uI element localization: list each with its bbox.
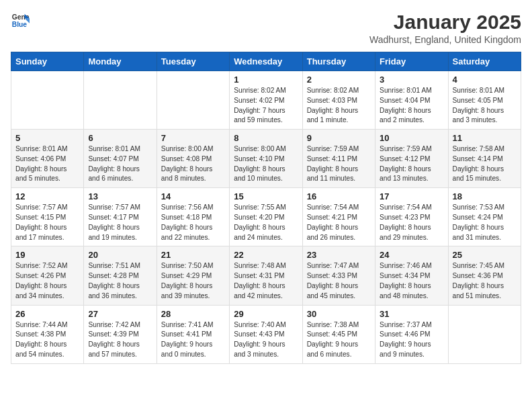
table-row xyxy=(448,305,521,363)
day-info: Sunrise: 7:54 AM Sunset: 4:23 PM Dayligh… xyxy=(380,203,443,242)
day-number: 13 xyxy=(88,191,152,201)
day-info: Sunrise: 7:47 AM Sunset: 4:33 PM Dayligh… xyxy=(307,261,371,301)
day-number: 4 xyxy=(453,75,517,85)
day-number: 10 xyxy=(380,133,443,143)
day-info: Sunrise: 7:52 AM Sunset: 4:26 PM Dayligh… xyxy=(15,261,79,301)
day-info: Sunrise: 7:42 AM Sunset: 4:39 PM Dayligh… xyxy=(88,320,152,360)
day-number: 20 xyxy=(88,250,152,260)
table-row: 3Sunrise: 8:01 AM Sunset: 4:04 PM Daylig… xyxy=(375,71,448,130)
day-number: 22 xyxy=(234,250,298,260)
table-row: 28Sunrise: 7:41 AM Sunset: 4:41 PM Dayli… xyxy=(157,305,229,363)
day-number: 27 xyxy=(88,309,152,319)
table-row: 13Sunrise: 7:57 AM Sunset: 4:17 PM Dayli… xyxy=(84,188,157,246)
table-row: 5Sunrise: 8:01 AM Sunset: 4:06 PM Daylig… xyxy=(11,130,84,188)
table-row: 30Sunrise: 7:38 AM Sunset: 4:45 PM Dayli… xyxy=(302,305,375,363)
day-info: Sunrise: 7:46 AM Sunset: 4:34 PM Dayligh… xyxy=(380,261,443,301)
day-number: 30 xyxy=(307,309,371,319)
table-row: 17Sunrise: 7:54 AM Sunset: 4:23 PM Dayli… xyxy=(375,188,448,246)
day-number: 1 xyxy=(234,75,298,85)
col-friday: Friday xyxy=(375,52,448,71)
col-sunday: Sunday xyxy=(11,52,84,71)
day-number: 7 xyxy=(161,133,225,143)
day-info: Sunrise: 7:53 AM Sunset: 4:24 PM Dayligh… xyxy=(453,203,517,242)
day-info: Sunrise: 7:54 AM Sunset: 4:21 PM Dayligh… xyxy=(307,203,371,242)
table-row: 21Sunrise: 7:50 AM Sunset: 4:29 PM Dayli… xyxy=(157,246,229,305)
day-number: 21 xyxy=(161,250,225,260)
page-subtitle: Wadhurst, England, United Kingdom xyxy=(369,34,521,45)
day-info: Sunrise: 7:56 AM Sunset: 4:18 PM Dayligh… xyxy=(161,203,225,242)
svg-text:Blue: Blue xyxy=(12,21,28,28)
table-row: 12Sunrise: 7:57 AM Sunset: 4:15 PM Dayli… xyxy=(11,188,84,246)
table-row: 23Sunrise: 7:47 AM Sunset: 4:33 PM Dayli… xyxy=(302,246,375,305)
table-row: 2Sunrise: 8:02 AM Sunset: 4:03 PM Daylig… xyxy=(302,71,375,130)
calendar: Sunday Monday Tuesday Wednesday Thursday… xyxy=(11,52,521,364)
day-info: Sunrise: 8:02 AM Sunset: 4:03 PM Dayligh… xyxy=(307,86,371,126)
table-row: 31Sunrise: 7:37 AM Sunset: 4:46 PM Dayli… xyxy=(375,305,448,363)
col-monday: Monday xyxy=(84,52,157,71)
table-row: 24Sunrise: 7:46 AM Sunset: 4:34 PM Dayli… xyxy=(375,246,448,305)
calendar-week-row: 5Sunrise: 8:01 AM Sunset: 4:06 PM Daylig… xyxy=(11,130,521,188)
day-number: 12 xyxy=(15,191,79,201)
day-number: 8 xyxy=(234,133,298,143)
day-info: Sunrise: 7:48 AM Sunset: 4:31 PM Dayligh… xyxy=(234,261,298,301)
day-info: Sunrise: 7:57 AM Sunset: 4:15 PM Dayligh… xyxy=(15,203,79,242)
table-row xyxy=(157,71,229,130)
page-title: January 2025 xyxy=(369,11,521,33)
calendar-week-row: 1Sunrise: 8:02 AM Sunset: 4:02 PM Daylig… xyxy=(11,71,521,130)
day-info: Sunrise: 8:01 AM Sunset: 4:07 PM Dayligh… xyxy=(88,144,152,184)
day-number: 5 xyxy=(15,133,79,143)
calendar-week-row: 26Sunrise: 7:44 AM Sunset: 4:38 PM Dayli… xyxy=(11,305,521,363)
table-row: 8Sunrise: 8:00 AM Sunset: 4:10 PM Daylig… xyxy=(230,130,302,188)
table-row: 16Sunrise: 7:54 AM Sunset: 4:21 PM Dayli… xyxy=(302,188,375,246)
day-info: Sunrise: 7:59 AM Sunset: 4:11 PM Dayligh… xyxy=(307,144,371,184)
day-info: Sunrise: 7:59 AM Sunset: 4:12 PM Dayligh… xyxy=(380,144,443,184)
day-number: 9 xyxy=(307,133,371,143)
col-tuesday: Tuesday xyxy=(157,52,229,71)
day-number: 31 xyxy=(380,309,443,319)
table-row: 11Sunrise: 7:58 AM Sunset: 4:14 PM Dayli… xyxy=(448,130,521,188)
day-info: Sunrise: 7:45 AM Sunset: 4:36 PM Dayligh… xyxy=(453,261,517,301)
day-number: 17 xyxy=(380,191,443,201)
logo: General Blue xyxy=(11,11,30,30)
day-number: 29 xyxy=(234,309,298,319)
day-info: Sunrise: 8:02 AM Sunset: 4:02 PM Dayligh… xyxy=(234,86,298,126)
day-info: Sunrise: 7:51 AM Sunset: 4:28 PM Dayligh… xyxy=(88,261,152,301)
table-row: 6Sunrise: 8:01 AM Sunset: 4:07 PM Daylig… xyxy=(84,130,157,188)
calendar-week-row: 12Sunrise: 7:57 AM Sunset: 4:15 PM Dayli… xyxy=(11,188,521,246)
day-info: Sunrise: 7:38 AM Sunset: 4:45 PM Dayligh… xyxy=(307,320,371,360)
day-number: 28 xyxy=(161,309,225,319)
table-row: 14Sunrise: 7:56 AM Sunset: 4:18 PM Dayli… xyxy=(157,188,229,246)
day-number: 2 xyxy=(307,75,371,85)
table-row: 20Sunrise: 7:51 AM Sunset: 4:28 PM Dayli… xyxy=(84,246,157,305)
day-number: 14 xyxy=(161,191,225,201)
calendar-week-row: 19Sunrise: 7:52 AM Sunset: 4:26 PM Dayli… xyxy=(11,246,521,305)
day-number: 23 xyxy=(307,250,371,260)
day-info: Sunrise: 8:01 AM Sunset: 4:04 PM Dayligh… xyxy=(380,86,443,126)
table-row: 25Sunrise: 7:45 AM Sunset: 4:36 PM Dayli… xyxy=(448,246,521,305)
table-row xyxy=(11,71,84,130)
col-thursday: Thursday xyxy=(302,52,375,71)
table-row xyxy=(84,71,157,130)
day-number: 6 xyxy=(88,133,152,143)
day-info: Sunrise: 7:55 AM Sunset: 4:20 PM Dayligh… xyxy=(234,203,298,242)
day-number: 18 xyxy=(453,191,517,201)
table-row: 27Sunrise: 7:42 AM Sunset: 4:39 PM Dayli… xyxy=(84,305,157,363)
day-number: 25 xyxy=(453,250,517,260)
day-number: 15 xyxy=(234,191,298,201)
day-info: Sunrise: 7:58 AM Sunset: 4:14 PM Dayligh… xyxy=(453,144,517,184)
day-number: 26 xyxy=(15,309,79,319)
day-number: 3 xyxy=(380,75,443,85)
table-row: 29Sunrise: 7:40 AM Sunset: 4:43 PM Dayli… xyxy=(230,305,302,363)
col-saturday: Saturday xyxy=(448,52,521,71)
day-info: Sunrise: 7:44 AM Sunset: 4:38 PM Dayligh… xyxy=(15,320,79,360)
day-number: 24 xyxy=(380,250,443,260)
day-info: Sunrise: 7:50 AM Sunset: 4:29 PM Dayligh… xyxy=(161,261,225,301)
header: General Blue January 2025 Wadhurst, Engl… xyxy=(11,11,521,45)
table-row: 22Sunrise: 7:48 AM Sunset: 4:31 PM Dayli… xyxy=(230,246,302,305)
day-info: Sunrise: 8:01 AM Sunset: 4:05 PM Dayligh… xyxy=(453,86,517,126)
table-row: 7Sunrise: 8:00 AM Sunset: 4:08 PM Daylig… xyxy=(157,130,229,188)
calendar-header-row: Sunday Monday Tuesday Wednesday Thursday… xyxy=(11,52,521,71)
table-row: 4Sunrise: 8:01 AM Sunset: 4:05 PM Daylig… xyxy=(448,71,521,130)
day-info: Sunrise: 7:40 AM Sunset: 4:43 PM Dayligh… xyxy=(234,320,298,360)
table-row: 10Sunrise: 7:59 AM Sunset: 4:12 PM Dayli… xyxy=(375,130,448,188)
